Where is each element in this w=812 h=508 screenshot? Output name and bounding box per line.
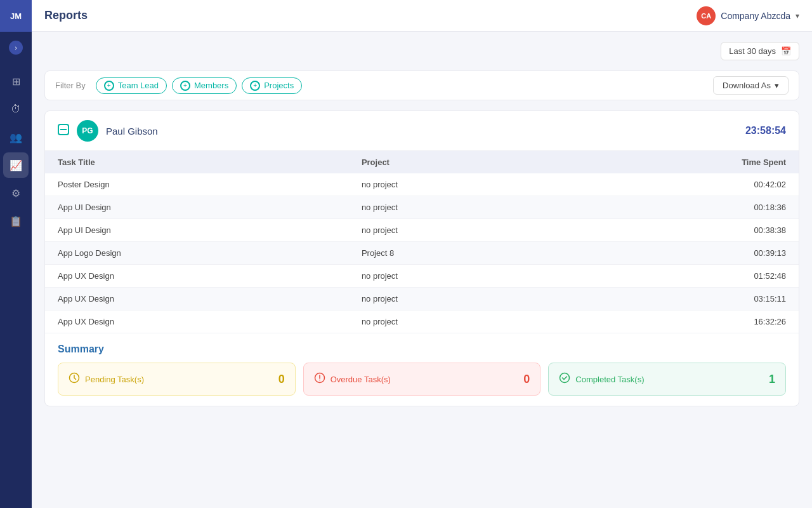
filter-chip-members-label: Members [194,81,228,90]
time-cell: 00:39:13 [560,242,799,265]
download-as-button[interactable]: Download As ▾ [713,76,789,95]
completed-label: Completed Task(s) [575,375,644,384]
col-time-spent: Time Spent [560,151,799,173]
report-header: PG Paul Gibson 23:58:54 [45,111,799,151]
task-title-cell: App UI Design [45,219,349,242]
toggle-button[interactable]: › [9,41,23,55]
table-row: App UI Design no project 00:38:38 [45,219,799,242]
sidebar-item-team[interactable]: 👥 [3,124,29,150]
filter-chip-team-lead-label: Team Lead [118,81,159,90]
project-cell: no project [349,265,560,288]
time-cell: 16:32:26 [560,311,799,333]
task-title-cell: App UX Design [45,288,349,311]
col-task-title: Task Title [45,151,349,173]
table-header: Task Title Project Time Spent [45,151,799,173]
sidebar: JM › ⊞ ⏱ 👥 📈 ⚙ 📋 [0,0,32,508]
summary-card-overdue: Overdue Task(s) 0 [303,363,541,396]
time-cell: 03:15:11 [560,288,799,311]
summary-card-left-overdue: Overdue Task(s) [314,372,391,386]
calendar-icon: 📅 [781,46,791,56]
date-filter-bar: Last 30 days 📅 [44,42,799,60]
pending-icon [69,372,80,386]
main-content: Reports CA Company Abzcda ▾ Last 30 days… [32,0,812,508]
date-filter-button[interactable]: Last 30 days 📅 [721,42,799,60]
collapse-icon[interactable] [58,124,69,138]
task-table: Task Title Project Time Spent Poster Des… [45,151,799,333]
project-cell: Project 8 [349,242,560,265]
completed-icon [559,372,570,386]
header: Reports CA Company Abzcda ▾ [32,0,812,32]
plus-circle-icon-projects: + [250,81,260,91]
user-avatar-sidebar: JM [0,0,32,32]
table-row: App Logo Design Project 8 00:39:13 [45,242,799,265]
sidebar-nav: ⊞ ⏱ 👥 📈 ⚙ 📋 [0,69,32,234]
summary-card-left-completed: Completed Task(s) [559,372,644,386]
table-body: Poster Design no project 00:42:02 App UI… [45,173,799,333]
date-filter-label: Last 30 days [729,46,776,56]
user-report-avatar: PG [77,120,98,142]
svg-point-5 [319,380,320,381]
pending-count: 0 [278,373,285,386]
summary-cards: Pending Task(s) 0 [58,363,786,396]
table-row: App UX Design no project 01:52:48 [45,265,799,288]
overdue-label: Overdue Task(s) [331,375,391,384]
svg-point-6 [560,373,570,383]
sidebar-item-settings[interactable]: ⚙ [3,180,29,206]
overdue-count: 0 [523,373,530,386]
company-selector[interactable]: CA Company Abzcda ▾ [697,6,799,25]
project-cell: no project [349,219,560,242]
task-title-cell: App UX Design [45,311,349,333]
table-row: App UI Design no project 00:18:36 [45,196,799,219]
task-title-cell: App UX Design [45,265,349,288]
time-cell: 00:38:38 [560,219,799,242]
filter-chip-members[interactable]: + Members [172,77,237,94]
sidebar-item-reports[interactable]: 📈 [3,152,29,178]
time-cell: 00:42:02 [560,173,799,196]
project-cell: no project [349,311,560,333]
project-cell: no project [349,173,560,196]
chevron-down-icon: ▾ [796,11,799,20]
pending-label: Pending Task(s) [85,375,144,384]
filter-chip-team-lead[interactable]: + Team Lead [96,77,167,94]
summary-card-pending: Pending Task(s) 0 [58,363,296,396]
time-cell: 01:52:48 [560,265,799,288]
summary-title: Summary [58,344,786,355]
time-cell: 00:18:36 [560,196,799,219]
company-name: Company Abzcda [721,11,790,21]
content-area: Last 30 days 📅 Filter By + Team Lead + M… [32,32,812,508]
filter-by-label: Filter By [55,81,86,90]
overdue-icon [314,372,325,386]
download-as-label: Download As [723,81,771,90]
plus-circle-icon: + [104,81,114,91]
sidebar-item-dashboard[interactable]: ⊞ [3,69,29,94]
table-row: Poster Design no project 00:42:02 [45,173,799,196]
task-title-cell: Poster Design [45,173,349,196]
chevron-down-icon-download: ▾ [775,81,779,90]
page-title: Reports [44,9,88,22]
report-card: PG Paul Gibson 23:58:54 Task Title Proje… [44,110,799,406]
filter-bar: Filter By + Team Lead + Members + Projec… [44,70,799,100]
task-title-cell: App Logo Design [45,242,349,265]
task-title-cell: App UI Design [45,196,349,219]
project-cell: no project [349,288,560,311]
user-report-name: Paul Gibson [106,126,745,137]
filter-chip-projects[interactable]: + Projects [242,77,302,94]
plus-circle-icon-members: + [180,81,190,91]
table-row: App UX Design no project 03:15:11 [45,288,799,311]
completed-count: 1 [769,373,775,386]
summary-card-left-pending: Pending Task(s) [69,372,144,386]
filter-chip-projects-label: Projects [264,81,294,90]
summary-section: Summary Pending Task(s) 0 [45,333,799,406]
sidebar-item-timer[interactable]: ⏱ [3,97,29,122]
sidebar-item-clipboard[interactable]: 📋 [3,208,29,234]
col-project: Project [349,151,560,173]
summary-card-completed: Completed Task(s) 1 [548,363,786,396]
table-row: App UX Design no project 16:32:26 [45,311,799,333]
total-time: 23:58:54 [745,125,786,137]
project-cell: no project [349,196,560,219]
sidebar-toggle[interactable]: › [0,32,32,64]
company-avatar: CA [697,6,716,25]
